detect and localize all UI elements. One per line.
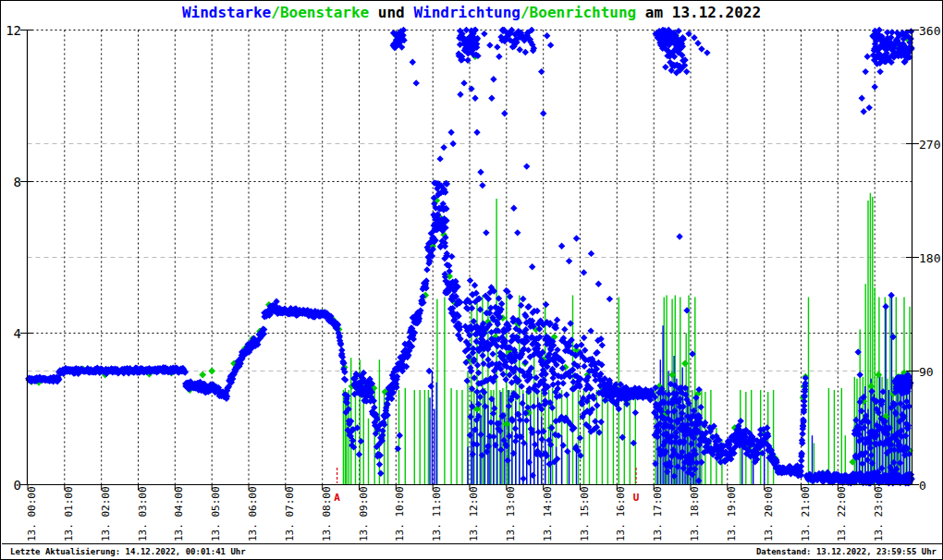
gust-impulse-layer <box>343 193 910 485</box>
title-date-label: am 13.12.2022 <box>636 4 761 21</box>
gust-direction-points <box>28 30 913 477</box>
data-state-text: Datenstand: 13.12.2022, 23:59:55 Uhr <box>756 547 937 556</box>
x-tick-label: 13. 23:00 <box>873 486 885 542</box>
x-tick-label: 13. 00:00 <box>26 486 38 542</box>
title-wind-direction-label: Windrichtung <box>413 4 520 21</box>
title-und-label: und <box>369 4 413 21</box>
y-left-tick-label: 0 <box>14 478 21 493</box>
x-tick-label: 13. 07:00 <box>284 486 296 542</box>
wind-direction-points <box>25 27 915 487</box>
x-tick-label: 13. 16:00 <box>615 486 627 542</box>
x-tick-label: 13. 01:00 <box>63 486 75 542</box>
title-gust-speed-label: /Boenstarke <box>271 4 369 21</box>
x-tick-label: 13. 09:00 <box>358 486 370 542</box>
x-tick-label: 13. 12:00 <box>468 486 480 542</box>
x-tick-label: 13. 14:00 <box>542 486 554 542</box>
title-wind-speed-label: Windstarke <box>182 4 271 21</box>
y-left-tick-label: 4 <box>14 326 21 341</box>
x-tick-label: 13. 13:00 <box>505 486 517 542</box>
chart-title: Windstarke/Boenstarke und Windrichtung/B… <box>1 4 942 21</box>
axes-frame <box>20 30 919 491</box>
last-update-text: Letzte Aktualisierung: 14.12.2022, 00:01… <box>10 547 246 556</box>
weather-chart-screen: 0481209018027036013. 00:0013. 01:0013. 0… <box>0 0 943 560</box>
x-tick-label: 13. 10:00 <box>394 486 406 542</box>
sun-marker-label: A <box>334 492 340 504</box>
x-tick-label: 13. 08:00 <box>321 486 333 542</box>
title-gust-direction-label: /Boenrichtung <box>520 4 636 21</box>
sun-marker-U: U <box>633 468 640 504</box>
x-tick-label: 13. 11:00 <box>431 486 443 542</box>
x-tick-label: 13. 21:00 <box>800 486 812 542</box>
x-tick-label: 13. 02:00 <box>100 486 112 542</box>
x-tick-label: 13. 05:00 <box>210 486 222 542</box>
y-right-tick-label: 360 <box>919 24 940 38</box>
x-tick-label: 13. 20:00 <box>763 486 775 542</box>
sun-marker-label: U <box>633 492 640 504</box>
wind-chart-plot: 0481209018027036013. 00:0013. 01:0013. 0… <box>1 1 943 560</box>
y-right-tick-label: 180 <box>919 251 940 265</box>
sun-marker-A: A <box>334 468 340 504</box>
x-tick-label: 13. 18:00 <box>689 486 701 542</box>
x-tick-label: 13. 19:00 <box>726 486 738 542</box>
x-tick-label: 13. 15:00 <box>579 486 591 542</box>
x-tick-label: 13. 03:00 <box>137 486 149 542</box>
y-left-tick-label: 8 <box>14 175 21 189</box>
y-right-tick-label: 0 <box>919 479 926 493</box>
y-right-tick-label: 270 <box>919 138 940 152</box>
y-left-tick-label: 12 <box>6 23 21 38</box>
y-right-tick-label: 90 <box>919 365 934 379</box>
x-tick-label: 13. 04:00 <box>173 486 185 542</box>
x-tick-label: 13. 22:00 <box>836 486 848 542</box>
x-tick-label: 13. 06:00 <box>247 486 259 542</box>
x-tick-label: 13. 17:00 <box>652 486 664 542</box>
